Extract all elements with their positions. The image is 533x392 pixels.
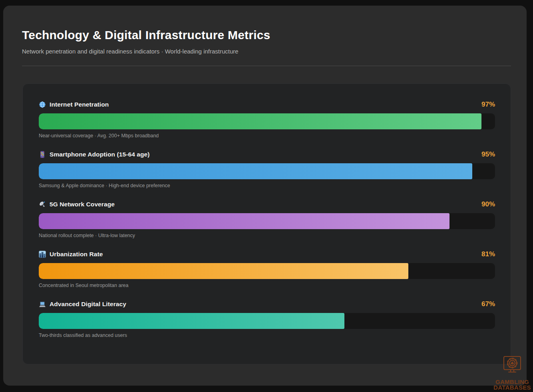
metric-label: Smartphone Adoption (15-64 age): [39, 151, 150, 158]
monitor-chip-icon: ♠: [500, 354, 524, 379]
metric-note: National rollout complete · Ultra-low la…: [39, 233, 495, 238]
metric-label: 5G Network Coverage: [39, 201, 115, 208]
main-card: Technology & Digital Infrastructure Metr…: [3, 6, 527, 386]
metric-note: Two-thirds classified as advanced users: [39, 333, 495, 338]
progress-fill: [39, 113, 481, 129]
metric-percent: 97%: [481, 101, 495, 109]
globe-icon: [39, 101, 46, 108]
progress-fill: [39, 313, 344, 329]
metric-percent: 90%: [481, 200, 495, 208]
progress-track: [39, 313, 495, 329]
gambling-databases-watermark: ♠ GAMBLING DATABASES: [493, 354, 532, 390]
metric-row-urbanization: Urbanization Rate 81% Concentrated in Se…: [39, 250, 495, 288]
metric-label: Internet Penetration: [39, 101, 109, 108]
metric-name: Internet Penetration: [50, 101, 109, 108]
progress-track: [39, 213, 495, 229]
metric-row-internet: Internet Penetration 97% Near-universal …: [39, 100, 495, 139]
metric-header: 5G Network Coverage 90%: [39, 200, 495, 209]
watermark-line2: DATABASES: [493, 385, 531, 390]
page-subtitle: Network penetration and digital readines…: [22, 48, 239, 55]
metric-percent: 67%: [481, 300, 495, 308]
progress-fill: [39, 263, 408, 279]
metric-percent: 81%: [481, 250, 495, 258]
metric-label: Urbanization Rate: [39, 251, 103, 258]
metric-header: Internet Penetration 97%: [39, 100, 495, 109]
metric-row-5g: 5G Network Coverage 90% National rollout…: [39, 200, 495, 238]
smartphone-icon: [39, 151, 46, 158]
progress-fill: [39, 213, 449, 229]
cityscape-icon: [39, 251, 46, 258]
metric-row-digital-literacy: Advanced Digital Literacy 67% Two-thirds…: [39, 300, 495, 338]
metric-note: Samsung & Apple dominance · High-end dev…: [39, 183, 495, 188]
metric-header: Urbanization Rate 81%: [39, 250, 495, 259]
progress-track: [39, 263, 495, 279]
metric-row-smartphone: Smartphone Adoption (15-64 age) 95% Sams…: [39, 150, 495, 188]
metric-percent: 95%: [481, 150, 495, 158]
metric-name: Advanced Digital Literacy: [50, 301, 126, 308]
metric-header: Smartphone Adoption (15-64 age) 95%: [39, 150, 495, 159]
progress-fill: [39, 163, 472, 179]
laptop-icon: [39, 301, 46, 308]
progress-track: [39, 113, 495, 129]
satellite-antenna-icon: [39, 201, 46, 208]
metrics-panel: Internet Penetration 97% Near-universal …: [22, 83, 511, 364]
progress-track: [39, 163, 495, 179]
metric-name: Smartphone Adoption (15-64 age): [50, 151, 150, 158]
metric-name: Urbanization Rate: [50, 251, 103, 258]
page-title: Technology & Digital Infrastructure Metr…: [22, 28, 270, 42]
metric-note: Concentrated in Seoul metropolitan area: [39, 283, 495, 288]
header-divider: [22, 65, 511, 66]
metric-note: Near-universal coverage · Avg. 200+ Mbps…: [39, 133, 495, 139]
metric-header: Advanced Digital Literacy 67%: [39, 300, 495, 309]
metric-label: Advanced Digital Literacy: [39, 301, 126, 308]
svg-text:♠: ♠: [510, 360, 515, 366]
metric-name: 5G Network Coverage: [50, 201, 115, 208]
